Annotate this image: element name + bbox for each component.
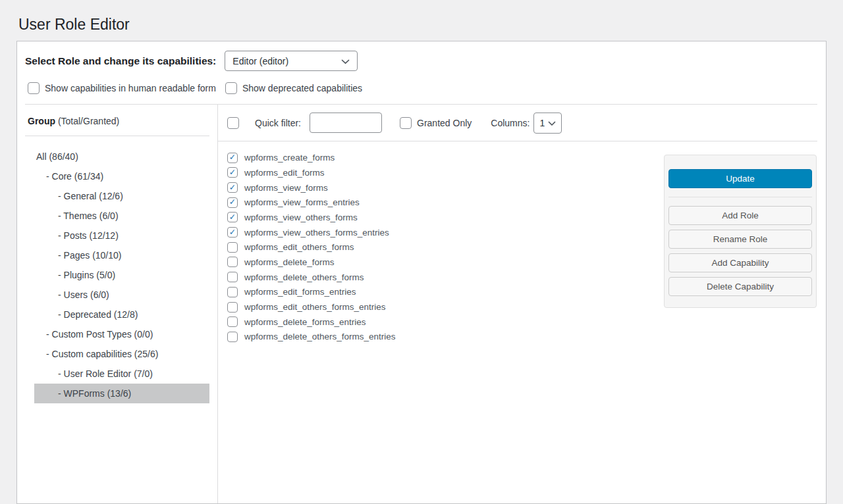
capability-checkbox[interactable]: ✓ — [227, 272, 238, 282]
sidebar-group-item[interactable]: All (86/40) — [34, 147, 209, 166]
sidebar-group-item[interactable]: - User Role Editor (7/0) — [34, 364, 209, 384]
update-button[interactable]: Update — [668, 169, 812, 188]
capability-row: ✓ wpforms_view_forms_entries — [227, 195, 664, 210]
capability-checkbox[interactable]: ✓ — [227, 242, 238, 253]
sidebar-group-item[interactable]: - Deprecated (12/8) — [34, 305, 209, 324]
capability-checkbox[interactable]: ✓ — [227, 257, 238, 267]
capability-label[interactable]: wpforms_edit_forms_entries — [244, 287, 356, 297]
capability-checkbox[interactable]: ✓ — [227, 197, 238, 208]
sidebar-group-item[interactable]: - Custom Post Types (0/0) — [34, 324, 209, 344]
columns-select-value: 1 — [539, 118, 545, 128]
actions-panel: Update Add Role Rename Role Add Capabili… — [664, 155, 817, 308]
capability-checkbox[interactable]: ✓ — [227, 153, 238, 163]
capability-label[interactable]: wpforms_delete_forms_entries — [244, 317, 366, 327]
capability-checkbox[interactable]: ✓ — [227, 167, 238, 178]
group-sidebar-header: Group (Total/Granted) — [25, 105, 209, 136]
capabilities-list: ✓ wpforms_create_forms ✓ wpforms_edit_fo… — [218, 141, 664, 344]
capability-label[interactable]: wpforms_create_forms — [244, 153, 335, 163]
role-select-label: Select Role and change its capabilities: — [25, 55, 216, 67]
user-role-editor-panel: Select Role and change its capabilities:… — [16, 41, 827, 504]
capability-label[interactable]: wpforms_edit_forms — [244, 168, 325, 178]
capability-row: ✓ wpforms_edit_forms_entries — [227, 284, 664, 299]
group-header-title: Group — [28, 116, 55, 126]
role-select-value: Editor (editor) — [232, 56, 288, 66]
group-sidebar: Group (Total/Granted) All (86/40)- Core … — [17, 105, 218, 504]
capability-label[interactable]: wpforms_view_forms_entries — [244, 197, 360, 207]
capability-checkbox[interactable]: ✓ — [227, 212, 238, 222]
add-capability-button[interactable]: Add Capability — [668, 253, 812, 272]
sidebar-group-item[interactable]: - Plugins (5/0) — [34, 265, 209, 285]
capability-checkbox[interactable]: ✓ — [227, 182, 238, 193]
delete-capability-button[interactable]: Delete Capability — [668, 277, 812, 296]
capability-label[interactable]: wpforms_edit_others_forms — [244, 242, 354, 252]
capability-row: ✓ wpforms_view_others_forms_entries — [227, 225, 664, 240]
capability-label[interactable]: wpforms_view_forms — [244, 183, 328, 193]
sidebar-group-item[interactable]: - Pages (10/10) — [34, 245, 209, 265]
granted-only-label[interactable]: Granted Only — [417, 118, 472, 128]
capabilities-content: ✓ wpforms_create_forms ✓ wpforms_edit_fo… — [218, 141, 826, 504]
capability-row: ✓ wpforms_delete_others_forms — [227, 270, 664, 285]
capability-row: ✓ wpforms_delete_forms — [227, 255, 664, 270]
page-title: User Role Editor — [0, 0, 843, 41]
chevron-down-icon — [341, 56, 350, 66]
sidebar-group-item[interactable]: - Themes (6/0) — [34, 206, 209, 226]
capability-label[interactable]: wpforms_delete_others_forms — [244, 272, 364, 282]
capability-row: ✓ wpforms_edit_forms — [227, 165, 664, 180]
capability-checkbox[interactable]: ✓ — [227, 332, 238, 342]
sidebar-group-item[interactable]: - General (12/6) — [34, 186, 209, 206]
capability-row: ✓ wpforms_view_others_forms — [227, 210, 664, 225]
capability-checkbox[interactable]: ✓ — [227, 302, 238, 313]
chevron-down-icon — [548, 118, 556, 128]
capabilities-area: ✓ Quick filter: ✓ Granted Only Columns: … — [218, 105, 826, 504]
capability-checkbox[interactable]: ✓ — [227, 287, 238, 297]
quick-filter-bar: ✓ Quick filter: ✓ Granted Only Columns: … — [218, 105, 817, 141]
capability-label[interactable]: wpforms_delete_forms — [244, 257, 335, 267]
capability-label[interactable]: wpforms_view_others_forms — [244, 213, 358, 222]
capability-row: ✓ wpforms_delete_others_forms_entries — [227, 330, 664, 345]
capability-row: ✓ wpforms_edit_others_forms — [227, 239, 664, 255]
capability-checkbox[interactable]: ✓ — [227, 227, 238, 238]
sidebar-group-item[interactable]: - Core (61/34) — [34, 166, 209, 186]
capability-label[interactable]: wpforms_view_others_forms_entries — [244, 228, 389, 238]
group-header-subtitle: (Total/Granted) — [55, 116, 119, 126]
columns-select[interactable]: 1 — [533, 113, 562, 134]
capability-checkbox[interactable]: ✓ — [227, 316, 238, 327]
deprecated-checkbox[interactable]: ✓ — [225, 82, 237, 94]
sidebar-group-item[interactable]: - Posts (12/12) — [34, 226, 209, 245]
capability-row: ✓ wpforms_view_forms — [227, 180, 664, 195]
sidebar-group-item[interactable]: - WPForms (13/6) — [34, 384, 209, 403]
display-options-row: ✓ Show capabilities in human readable fo… — [17, 71, 826, 104]
human-readable-label[interactable]: Show capabilities in human readable form — [45, 83, 216, 93]
granted-only-checkbox[interactable]: ✓ — [400, 117, 412, 129]
human-readable-checkbox[interactable]: ✓ — [28, 82, 40, 94]
capability-row: ✓ wpforms_edit_others_forms_entries — [227, 299, 664, 315]
quick-filter-input[interactable] — [310, 113, 382, 133]
actions-divider — [668, 197, 812, 197]
rename-role-button[interactable]: Rename Role — [668, 230, 812, 249]
deprecated-option: ✓ Show deprecated capabilities — [225, 82, 362, 94]
deprecated-label[interactable]: Show deprecated capabilities — [242, 83, 362, 93]
group-tree: All (86/40)- Core (61/34)- General (12/6… — [17, 136, 217, 403]
select-all-checkbox[interactable]: ✓ — [227, 117, 239, 129]
add-role-button[interactable]: Add Role — [668, 206, 812, 225]
main-area: Group (Total/Granted) All (86/40)- Core … — [17, 105, 826, 504]
sidebar-group-item[interactable]: - Custom capabilities (25/6) — [34, 344, 209, 364]
capability-label[interactable]: wpforms_edit_others_forms_entries — [244, 302, 386, 312]
capability-row: ✓ wpforms_delete_forms_entries — [227, 315, 664, 330]
sidebar-group-item[interactable]: - Users (6/0) — [34, 285, 209, 305]
role-select-row: Select Role and change its capabilities:… — [17, 41, 826, 71]
columns-label: Columns: — [491, 118, 530, 128]
capability-label[interactable]: wpforms_delete_others_forms_entries — [244, 332, 396, 341]
capability-row: ✓ wpforms_create_forms — [227, 150, 664, 165]
human-readable-option: ✓ Show capabilities in human readable fo… — [28, 82, 216, 94]
quick-filter-label: Quick filter: — [255, 118, 301, 128]
role-select[interactable]: Editor (editor) — [225, 51, 358, 71]
